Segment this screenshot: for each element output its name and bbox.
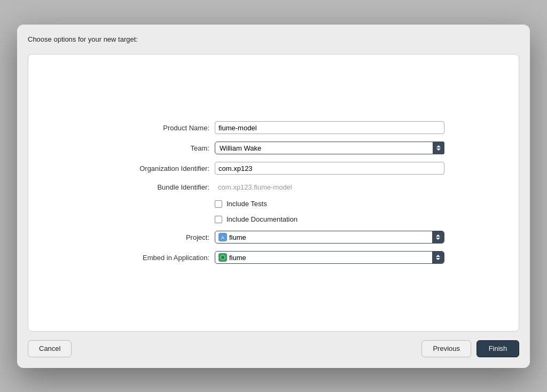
include-tests-checkbox[interactable]: [215, 200, 222, 208]
project-label: Project:: [103, 233, 209, 241]
project-select-wrapper: A fiume: [215, 231, 444, 244]
team-label: Team:: [103, 144, 209, 152]
previous-button[interactable]: Previous: [421, 340, 471, 357]
include-tests-label: Include Tests: [226, 200, 267, 208]
svg-point-4: [221, 256, 224, 259]
org-identifier-input[interactable]: [215, 162, 444, 175]
embed-select-value: fiume: [227, 254, 432, 262]
product-name-input[interactable]: [215, 121, 444, 134]
svg-text:A: A: [221, 235, 224, 240]
project-select-arrow-icon: [432, 231, 444, 243]
finish-button[interactable]: Finish: [476, 340, 519, 357]
project-app-icon: A: [218, 233, 227, 241]
embed-chevron-down: [436, 258, 440, 260]
embed-select-arrow-icon: [432, 252, 444, 263]
embed-chevron-up: [436, 255, 440, 257]
footer-right-buttons: Previous Finish: [421, 340, 519, 357]
content-area: Product Name: Team: William Wake: [28, 54, 519, 332]
embed-label: Embed in Application:: [103, 254, 209, 262]
include-docs-label: Include Documentation: [226, 215, 298, 223]
org-identifier-row: Organization Identifier:: [103, 162, 444, 175]
target-options-dialog: Choose options for your new target: Prod…: [17, 25, 530, 368]
dialog-title: Choose options for your new target:: [28, 35, 519, 43]
include-docs-row: Include Documentation: [215, 215, 444, 223]
product-name-label: Product Name:: [103, 124, 209, 132]
bundle-identifier-label: Bundle Identifier:: [103, 183, 209, 191]
embed-select-wrapper: fiume: [215, 251, 444, 264]
team-select-wrapper: William Wake: [215, 142, 444, 154]
cancel-button[interactable]: Cancel: [28, 340, 72, 357]
embed-row: Embed in Application: fiume: [103, 251, 444, 264]
dialog-footer: Cancel Previous Finish: [28, 340, 519, 357]
bundle-identifier-row: Bundle Identifier: com.xp123.fiume-model: [103, 182, 444, 192]
embed-app-icon: [218, 253, 227, 262]
form-container: Product Name: Team: William Wake: [103, 121, 444, 264]
org-identifier-label: Organization Identifier:: [103, 164, 209, 173]
include-docs-checkbox[interactable]: [215, 216, 222, 223]
include-tests-row: Include Tests: [215, 200, 444, 208]
team-select[interactable]: William Wake: [215, 142, 444, 154]
bundle-identifier-value: com.xp123.fiume-model: [215, 182, 444, 192]
project-chevron-up: [436, 234, 440, 237]
project-select-value: fiume: [227, 233, 432, 241]
project-chevron-down: [436, 238, 440, 240]
team-row: Team: William Wake: [103, 142, 444, 154]
product-name-row: Product Name:: [103, 121, 444, 134]
project-row: Project: A fiume: [103, 231, 444, 244]
